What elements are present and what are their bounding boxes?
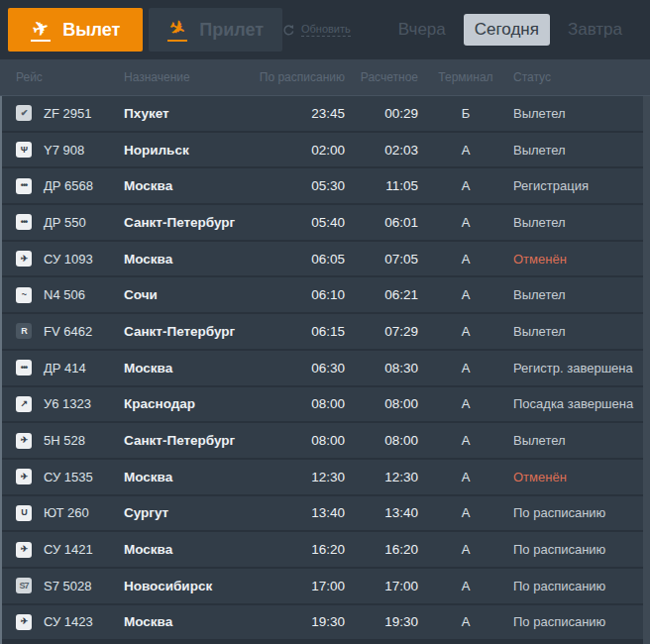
flight-row[interactable]: U ЮТ 260 Сургут 13:40 13:40 А По расписа…: [0, 496, 650, 531]
column-header-scheduled: По расписанию: [250, 70, 345, 84]
flight-destination: Краснодар: [124, 396, 250, 411]
flight-code: 5Н 528: [44, 433, 124, 448]
airline-logo-icon: •••: [16, 360, 32, 376]
flight-destination: Сочи: [124, 287, 250, 302]
flight-row[interactable]: ✈ СУ 1535 Москва 12:30 12:30 А Отменён: [0, 460, 650, 494]
flight-code: СУ 1535: [44, 470, 124, 484]
flight-scheduled-time: 16:20: [250, 542, 345, 557]
refresh-label: Обновить: [301, 23, 351, 37]
flight-destination: Москва: [124, 542, 250, 557]
flight-status: По расписанию: [513, 614, 642, 629]
flight-status: По расписанию: [513, 542, 642, 557]
plane-takeoff-icon: ✈: [31, 19, 51, 42]
flight-terminal: А: [418, 143, 513, 158]
flight-destination: Норильск: [124, 143, 250, 158]
flight-terminal: А: [418, 542, 513, 557]
flight-row[interactable]: ✈ СУ 1421 Москва 16:20 16:20 А По распис…: [0, 532, 650, 567]
flight-estimated-time: 07:05: [345, 252, 418, 267]
flight-destination: Пхукет: [124, 106, 250, 121]
flight-code: СУ 1423: [44, 614, 124, 629]
airline-logo-icon: ✈: [16, 469, 32, 484]
flight-terminal: А: [418, 470, 513, 484]
flight-row[interactable]: S7 S7 5028 Новосибирск 17:00 17:00 А По …: [0, 569, 650, 603]
column-header-status: Статус: [513, 70, 642, 84]
flight-scheduled-time: 12:30: [250, 470, 345, 484]
flight-scheduled-time: 06:10: [250, 287, 345, 302]
date-tab-today[interactable]: Сегодня: [464, 14, 550, 46]
airline-logo-icon: ✈: [16, 251, 32, 267]
flight-status: Вылетел: [513, 287, 642, 302]
flight-scheduled-time: 08:00: [250, 396, 345, 411]
flight-row[interactable]: ✔ ZF 2951 Пхукет 23:45 00:29 Б Вылетел: [0, 96, 650, 131]
airline-logo-icon: Ψ: [16, 142, 32, 158]
date-tab-yesterday[interactable]: Вчера: [394, 14, 450, 46]
column-header-flight: Рейс: [16, 70, 124, 84]
airline-logo-icon: ✈: [16, 542, 32, 558]
column-header-estimated: Расчетное: [345, 70, 418, 84]
flight-estimated-time: 02:03: [345, 143, 418, 158]
tab-departures[interactable]: ✈ Вылет: [8, 8, 143, 52]
flight-row[interactable]: ↗ У6 1323 Краснодар 08:00 08:00 А Посадк…: [0, 387, 650, 422]
airline-logo-icon: •••: [16, 214, 32, 230]
airline-logo-icon: ✈: [16, 614, 32, 630]
flight-row[interactable]: ••• ДР 550 Санкт-Петербург 05:40 06:01 А…: [0, 205, 650, 240]
flight-code: ДР 6568: [44, 178, 124, 193]
flight-scheduled-time: 17:00: [250, 579, 345, 593]
flight-scheduled-time: 05:40: [250, 215, 345, 230]
flight-code: СУ 1093: [44, 252, 124, 267]
flight-row[interactable]: Ψ Y7 908 Норильск 02:00 02:03 А Вылетел: [0, 133, 650, 167]
airline-logo-icon: ↗: [16, 396, 32, 412]
tab-arrivals[interactable]: ✈ Прилет: [149, 8, 282, 52]
flight-destination: Санкт-Петербург: [124, 324, 250, 339]
flight-row[interactable]: R FV 6462 Санкт-Петербург 06:15 07:29 А …: [0, 314, 650, 349]
flight-terminal: А: [418, 396, 513, 411]
flight-estimated-time: 00:29: [345, 106, 418, 121]
flight-terminal: А: [418, 252, 513, 267]
flight-code: СУ 1421: [44, 542, 124, 557]
flight-row[interactable]: ✈ 5Н 528 Санкт-Петербург 08:00 08:00 А В…: [0, 423, 650, 458]
flight-row[interactable]: ••• ДР 6568 Москва 05:30 11:05 А Регистр…: [0, 168, 650, 203]
flight-code: S7 5028: [44, 579, 124, 593]
flight-terminal: А: [418, 215, 513, 230]
flight-status: Вылетел: [513, 215, 642, 230]
flight-status: Вылетел: [513, 433, 642, 448]
flight-row[interactable]: ✈ СУ 1423 Москва 19:30 19:30 А По распис…: [0, 605, 650, 640]
airline-logo-icon: S7: [16, 578, 32, 593]
column-header-terminal: Терминал: [418, 70, 513, 84]
flight-row[interactable]: ✈ СУ 1093 Москва 06:05 07:05 А Отменён: [0, 242, 650, 276]
flight-scheduled-time: 06:30: [250, 361, 345, 376]
refresh-icon: [282, 24, 295, 37]
flight-estimated-time: 11:05: [345, 178, 418, 193]
flight-terminal: А: [418, 178, 513, 193]
flight-scheduled-time: 08:00: [250, 433, 345, 448]
refresh-button[interactable]: Обновить: [282, 23, 351, 37]
flight-row[interactable]: ~ N4 506 Сочи 06:10 06:21 А Вылетел: [0, 277, 650, 312]
flight-terminal: А: [418, 579, 513, 593]
flight-code: N4 506: [44, 287, 124, 302]
date-tab-tomorrow[interactable]: Завтра: [564, 14, 626, 46]
flight-destination: Санкт-Петербург: [124, 433, 250, 448]
flight-estimated-time: 06:01: [345, 215, 418, 230]
airline-logo-icon: U: [16, 505, 32, 521]
flight-code: У6 1323: [44, 396, 124, 411]
flight-status: Регистр. завершена: [513, 361, 642, 376]
flight-code: ДР 414: [44, 361, 124, 376]
flight-scheduled-time: 06:05: [250, 252, 345, 267]
flight-status: По расписанию: [513, 579, 642, 593]
flight-estimated-time: 08:00: [345, 396, 418, 411]
flight-estimated-time: 17:00: [345, 579, 418, 593]
flight-estimated-time: 19:30: [345, 614, 418, 629]
flight-terminal: А: [418, 614, 513, 629]
flight-code: Y7 908: [44, 143, 124, 158]
flight-code: ЮТ 260: [44, 505, 124, 520]
flight-estimated-time: 13:40: [345, 505, 418, 520]
flight-status: Вылетел: [513, 106, 642, 121]
toolbar: ✈ Вылет ✈ Прилет Обновить Вчера Сегодня …: [0, 0, 650, 59]
flight-row[interactable]: ••• ДР 414 Москва 06:30 08:30 А Регистр.…: [0, 351, 650, 385]
vertical-scrollbar[interactable]: [643, 96, 650, 644]
flight-destination: Москва: [124, 470, 250, 484]
flight-board: ✔ ZF 2951 Пхукет 23:45 00:29 Б Вылетел Ψ…: [0, 96, 650, 644]
flight-status: Вылетел: [513, 324, 642, 339]
airline-logo-icon: ~: [16, 287, 32, 303]
plane-landing-icon: ✈: [167, 19, 187, 42]
